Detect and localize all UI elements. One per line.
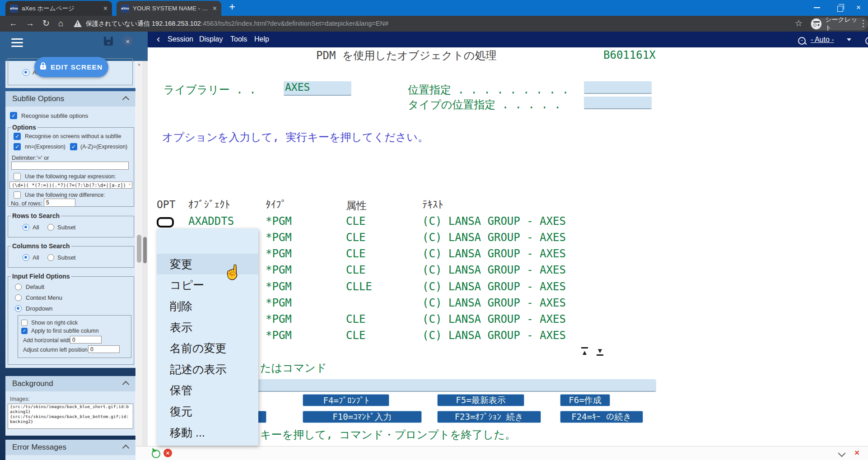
expand-chevron-icon[interactable] [838,450,846,457]
az-expression-checkbox[interactable] [70,143,77,150]
menu-item-change[interactable]: 変更 [157,254,258,274]
save-icon[interactable] [104,37,113,46]
close-bar-icon[interactable]: × [854,448,859,458]
menu-item-restore[interactable]: 復元 [157,401,258,422]
recognise-no-subfile-checkbox[interactable] [14,133,21,140]
incognito-label: シークレット [825,16,863,32]
tab-close-icon[interactable]: × [103,5,107,13]
menu-help[interactable]: Help [254,35,269,43]
context-menu-radio[interactable] [15,294,22,301]
window-close-button[interactable]: × [856,3,861,12]
fkey-f10-button[interactable]: F10=ｺﾏﾝﾄﾞ入力 [303,411,422,423]
error-messages-header[interactable]: Error Messages [5,440,135,455]
menu-session[interactable]: Session [168,35,193,43]
menu-item-display-description[interactable]: 記述の表示 [157,359,258,380]
delimiter-input[interactable] [11,162,129,170]
menu-item-delete[interactable]: 削除 [157,296,258,316]
position-input[interactable] [584,81,652,94]
hand-cursor-icon: ☝ [224,264,241,280]
bookmark-star-icon[interactable]: ☆ [795,19,803,28]
menu-tools[interactable]: Tools [230,35,247,43]
scrollbar-thumb[interactable] [143,237,147,263]
stop-error-icon[interactable]: × [163,449,172,457]
collapse-sidebar-icon[interactable]: ‹ [157,33,160,45]
regex-input[interactable] [9,181,132,189]
rightclick-checkbox[interactable] [21,320,28,326]
zoom-caret-icon[interactable] [847,38,851,41]
refresh-icon[interactable] [152,450,160,458]
sidebar-scrollbar[interactable]: ▲ [136,61,142,446]
regex-checkbox[interactable] [14,173,21,180]
images-textarea[interactable]: {src:/ts/skins/images/back_blue_short.gi… [8,404,133,429]
home-icon[interactable]: ⌂ [58,19,63,28]
browser-tab-system[interactable]: aXes YOUR SYSTEM NAME - QPADEV0 × [117,1,221,16]
default-radio[interactable] [15,283,22,290]
zoom-level-select[interactable]: - Auto - [811,36,834,44]
menu-item-rename[interactable]: 名前の変更 [157,338,258,358]
sidebar: Rows to S All Subfile Options Recognise … [0,61,135,460]
menu-display[interactable]: Display [199,35,223,43]
browser-menu-dots-icon[interactable]: ⋮ [859,19,868,28]
forward-icon[interactable]: → [26,19,34,28]
menu-item-save[interactable]: 保管 [157,380,258,400]
browser-tab-home[interactable]: aXes aXes ホームページ × [5,1,112,16]
dropdown-radio[interactable] [15,305,22,312]
add-width-input[interactable] [70,336,102,344]
cols-subset-radio[interactable] [47,254,54,261]
edit-screen-button[interactable]: EDIT SCREEN [34,57,108,77]
cols-all-radio[interactable] [23,254,29,261]
menu-item-display[interactable]: 表示 [157,317,258,338]
rowdiff-checkbox[interactable] [14,191,21,199]
scrollbar-thumb[interactable] [137,235,141,263]
fkey-f4-button[interactable]: F4=ﾌﾟﾛﾝﾌﾟﾄ [303,394,389,406]
subfile-options-header[interactable]: Subfile Options [5,91,135,107]
object-type: *PGM [266,280,292,293]
object-attr: CLE [346,231,365,244]
url-field[interactable]: 192.168.253.102:4563/ts/ts2/index.html?d… [152,20,388,27]
hamburger-menu-icon[interactable] [11,38,23,47]
scroll-up-icon[interactable]: ▲ [137,62,141,66]
az-expression-label: (A-Z)=(Expression) [80,144,127,150]
radio-all[interactable] [23,69,29,76]
page-scrollbar[interactable] [142,61,148,446]
object-attr: CLE [346,264,365,276]
zoom-out-icon[interactable]: - [798,37,806,45]
col-header-text: ﾃｷｽﾄ [422,199,443,210]
scroll-to-top-icon[interactable]: ▲ [581,347,588,356]
rows-all-radio[interactable] [23,224,29,231]
menu-item-copy[interactable]: コピー [157,274,258,295]
command-input[interactable] [253,379,656,392]
zoom-in-icon[interactable]: + [865,37,868,45]
tab-close-icon[interactable]: × [213,5,217,13]
new-tab-button[interactable]: + [229,0,235,13]
rows-subset-radio[interactable] [47,224,54,231]
opt-input-field[interactable] [157,217,174,228]
adjust-left-input[interactable] [88,345,120,353]
window-restore-button[interactable] [837,6,843,12]
type-position-input[interactable] [584,97,652,109]
object-type: *PGM [266,247,292,260]
background-header[interactable]: Background [5,376,135,391]
col-header-opt: OPT [157,199,176,210]
not-secure-warning-icon[interactable] [74,20,82,27]
menu-item-move[interactable]: 移動 ... [157,422,258,443]
back-icon[interactable]: ← [9,19,18,28]
close-panel-icon[interactable]: × [123,36,133,46]
window-minimize-button[interactable] [814,7,820,8]
nn-expression-checkbox[interactable] [14,143,21,150]
fkey-f6-button[interactable]: F6=作成 [560,394,610,406]
option-dropdown-menu: 変更 コピー 削除 表示 名前の変更 記述の表示 保管 復元 移動 ... [157,228,258,446]
fkey-f24-button[interactable]: F24=ｷｰ の続き [560,411,643,423]
security-label[interactable]: 保護されていない通信 [86,20,150,28]
recognise-subfile-checkbox[interactable] [10,112,17,119]
rows-count-input[interactable] [44,199,75,207]
library-input[interactable]: AXES [284,81,351,96]
fkey-f5-button[interactable]: F5=最新表示 [437,394,524,406]
firstcol-checkbox[interactable] [21,328,28,334]
object-attr: CLLE [346,280,372,293]
fkey-f23-button[interactable]: F23=ｵﾌﾟｼｮﾝ 続き [437,411,541,423]
cols-to-search-legend: Columns to Search [11,242,71,250]
reload-icon[interactable]: ↻ [42,19,50,28]
scroll-to-bottom-icon[interactable]: ▼ [597,347,603,356]
dropdown-blank-option[interactable] [157,228,258,254]
